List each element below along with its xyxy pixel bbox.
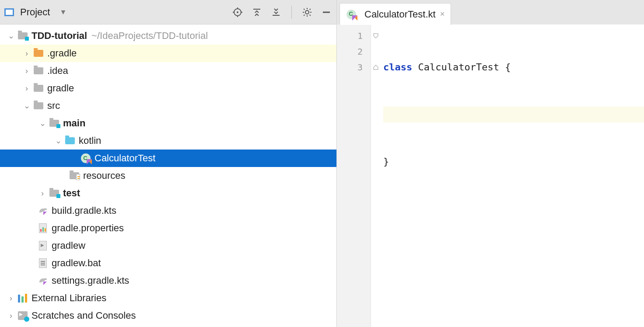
tree-node-gradle-properties[interactable]: gradle.properties [0,219,336,237]
folder-icon [33,66,44,76]
chevron-down-icon[interactable]: ⌄ [6,31,16,41]
text-file-icon [38,258,48,268]
chevron-right-icon[interactable]: › [6,311,16,320]
chevron-down-icon[interactable]: ⌄ [38,118,47,128]
tree-node-external-libraries[interactable]: › External Libraries [0,289,336,307]
line-number: 1 [337,28,371,44]
line-number: 3 [337,59,371,75]
tree-node-gradlew[interactable]: gradlew [0,237,336,254]
source-folder-icon [65,136,75,146]
svg-marker-12 [43,212,47,215]
chevron-right-icon[interactable]: › [22,83,32,93]
tree-label: Scratches and Consoles [32,310,136,321]
gradle-kotlin-icon [38,206,48,216]
libraries-icon [18,293,28,303]
kotlin-class-icon [80,153,91,163]
folder-icon [33,101,44,111]
kotlin-class-icon [346,10,357,19]
tab-label: CalculatorTest.kt [364,9,436,20]
tree-label: src [47,100,60,111]
tree-node-test[interactable]: › test [0,184,336,202]
project-tree: ⌄ TDD-tutorial ~/IdeaProjects/TDD-tutori… [0,24,336,327]
shell-file-icon [38,241,48,250]
tree-label: TDD-tutorial [32,30,87,42]
editor-panel: CalculatorTest.kt × 1 2 3 class Calculat… [337,0,644,327]
tree-label: kotlin [79,135,101,146]
tree-label: build.gradle.kts [52,205,116,216]
scratches-icon [18,311,28,320]
tree-label: gradlew [52,240,85,251]
folder-icon [33,83,44,93]
module-folder-icon [49,188,60,198]
excluded-folder-icon [33,49,44,58]
gear-icon[interactable] [301,7,313,18]
svg-marker-13 [43,282,47,285]
tree-node-src[interactable]: ⌄ src [0,97,336,115]
chevron-right-icon[interactable]: › [38,188,47,198]
tree-node-settings-gradle[interactable]: settings.gradle.kts [0,272,336,289]
tree-node-calculator-test[interactable]: CalculatorTest [0,150,336,167]
project-tool-window: Project ▼ ⌄ TDD-tutorial ~/IdeaProjects/… [0,0,337,327]
resources-folder-icon [69,171,80,181]
tree-node-scratches[interactable]: › Scratches and Consoles [0,307,336,324]
fold-start-icon[interactable] [371,28,381,44]
fold-gutter [371,24,381,327]
tree-node-root[interactable]: ⌄ TDD-tutorial ~/IdeaProjects/TDD-tutori… [0,27,336,45]
minimize-icon[interactable] [321,7,332,18]
code-text: CalculatorTest { [412,62,511,73]
tree-label: .gradle [47,48,77,59]
project-header: Project ▼ [0,0,336,24]
tree-node-resources[interactable]: resources [0,167,336,184]
code-text: } [383,156,389,167]
svg-point-8 [305,10,309,14]
module-folder-icon [18,31,28,41]
tree-label: settings.gradle.kts [52,275,129,286]
chevron-right-icon[interactable]: › [22,49,32,58]
tree-label: .idea [47,65,68,77]
separator [291,6,292,19]
properties-file-icon [38,223,48,233]
editor-tabbar: CalculatorTest.kt × [337,0,644,24]
tree-node-kotlin[interactable]: ⌄ kotlin [0,132,336,150]
line-number: 2 [337,44,371,59]
gradle-kotlin-icon [38,276,48,285]
tree-path-hint: ~/IdeaProjects/TDD-tutorial [91,30,208,42]
code-line: } [383,154,644,170]
expand-all-icon[interactable] [251,7,262,18]
tree-label: CalculatorTest [94,153,155,164]
tree-node-gradlew-bat[interactable]: gradlew.bat [0,254,336,272]
chevron-down-icon[interactable]: ⌄ [53,136,63,146]
tree-node-main[interactable]: ⌄ main [0,115,336,132]
tree-label: resources [83,170,126,181]
project-view-selector[interactable]: Project ▼ [4,7,66,18]
tree-node-build-gradle[interactable]: build.gradle.kts [0,202,336,219]
chevron-right-icon[interactable]: › [22,66,32,76]
close-icon[interactable]: × [440,10,445,19]
chevron-down-icon: ▼ [60,8,66,16]
keyword: class [383,62,412,73]
fold-end-icon[interactable] [371,59,381,75]
chevron-down-icon[interactable]: ⌄ [22,101,32,111]
project-title-label: Project [20,7,50,18]
code-line [383,107,644,122]
tree-label: gradlew.bat [52,257,101,269]
tree-node-gradle-hidden[interactable]: › .gradle [0,45,336,62]
tree-label: gradle [47,83,74,94]
tree-node-gradle[interactable]: › gradle [0,80,336,97]
code-line: class CalculatorTest { [383,59,644,75]
editor-body[interactable]: 1 2 3 class CalculatorTest { } [337,24,644,327]
chevron-right-icon[interactable]: › [6,293,16,303]
project-tool-window-icon [4,8,14,16]
module-folder-icon [49,118,60,128]
line-number-gutter: 1 2 3 [337,24,371,327]
tree-label: gradle.properties [52,223,124,234]
collapse-all-icon[interactable] [270,7,282,18]
project-header-actions [232,6,332,19]
editor-tab[interactable]: CalculatorTest.kt × [340,3,451,25]
locate-icon[interactable] [232,7,243,18]
tree-label: main [63,118,85,129]
tree-node-idea[interactable]: › .idea [0,62,336,80]
tree-label: External Libraries [32,292,106,304]
svg-point-1 [237,11,238,13]
code-area[interactable]: class CalculatorTest { } [381,24,644,327]
